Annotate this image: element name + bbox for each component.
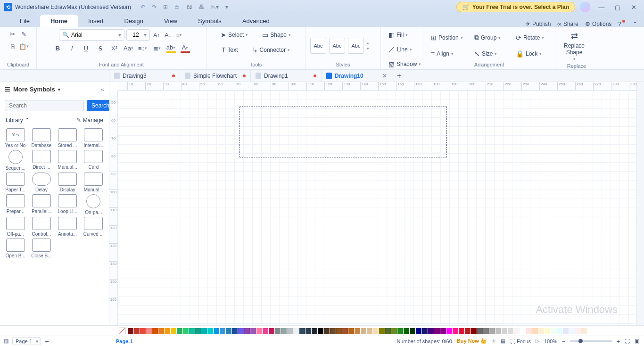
color-swatch[interactable] [526,328,532,334]
color-swatch[interactable] [342,328,348,334]
tab-symbols[interactable]: Symbols [188,15,232,27]
layers-icon[interactable]: ≋ [492,338,496,344]
color-swatch[interactable] [563,328,569,334]
shape-stencil[interactable]: Database [29,128,54,148]
help-button[interactable]: ? [618,21,626,27]
color-swatch[interactable] [158,328,164,334]
highlight-icon[interactable]: ab [166,43,176,53]
color-swatch[interactable] [250,328,256,334]
line-button[interactable]: ／Line [386,43,415,56]
collapse-panel-icon[interactable]: « [101,86,104,93]
presentation-icon[interactable]: ▦ [501,338,505,344]
export-icon[interactable]: ⇱▾ [211,4,219,10]
color-swatch[interactable] [128,328,133,334]
color-swatch[interactable] [330,328,336,334]
shape-stencil[interactable]: Internal... [81,128,106,148]
no-color-swatch[interactable] [119,328,125,334]
color-swatch[interactable] [440,328,446,334]
color-swatch[interactable] [134,328,140,334]
focus-button[interactable]: ⛶ Focus [510,338,531,344]
zoom-in-button[interactable]: + [617,338,620,344]
color-swatch[interactable] [575,328,581,334]
shadow-button[interactable]: ▧Shadow [386,58,424,70]
fullscreen-icon[interactable]: ▣ [635,338,639,344]
paste-icon[interactable]: 📋 [19,41,29,51]
color-swatch[interactable] [453,328,458,334]
color-swatch[interactable] [140,328,146,334]
size-button[interactable]: ⤡Size [471,48,508,59]
shape-stencil[interactable]: Close B... [29,239,54,258]
shape-stencil[interactable]: Annota... [55,217,80,237]
fill-button[interactable]: ◧Fill [386,29,411,41]
copy-icon[interactable]: ⎘ [8,41,17,51]
group-button[interactable]: ⧉Group [471,32,508,43]
shape-stencil[interactable]: Stored ... [55,128,80,148]
underline-icon[interactable]: U [82,43,91,53]
color-swatch[interactable] [367,328,372,334]
color-swatch[interactable] [189,328,195,334]
color-swatch[interactable] [538,328,544,334]
add-page-button[interactable]: + [45,338,49,345]
select-tool[interactable]: ➤Select [218,29,251,41]
tab-view[interactable]: View [154,15,188,27]
doc-tab-drawing1[interactable]: Drawing1 [251,70,322,82]
superscript-icon[interactable]: X² [110,43,119,53]
font-size-input[interactable] [130,32,142,38]
color-swatch[interactable] [244,328,250,334]
shape-stencil[interactable]: Card [81,150,106,171]
color-swatch[interactable] [177,328,182,334]
color-swatch[interactable] [416,328,421,334]
color-swatch[interactable] [238,328,244,334]
maximize-button[interactable]: ▢ [611,4,624,11]
color-swatch[interactable] [336,328,342,334]
color-swatch[interactable] [220,328,225,334]
color-swatch[interactable] [520,328,526,334]
collapse-ribbon-icon[interactable]: ⌃ [633,21,637,27]
color-swatch[interactable] [146,328,152,334]
font-size-select[interactable]: ▾ [126,29,150,41]
style-preset-1[interactable]: Abc [310,38,326,54]
color-swatch[interactable] [299,328,305,334]
replace-shape-button[interactable]: ⇄ Replace Shape [560,29,588,63]
color-swatch[interactable] [581,328,587,334]
bullets-icon[interactable]: ≣ [152,43,162,53]
color-swatch[interactable] [397,328,403,334]
undo-icon[interactable]: ↶ [140,4,145,10]
share-button[interactable]: ∞ Share [557,21,578,27]
cut-icon[interactable]: ✂ [8,29,17,39]
minimize-button[interactable]: — [595,4,608,11]
color-swatch[interactable] [293,328,299,334]
lock-button[interactable]: 🔒Lock [513,48,550,59]
color-swatch[interactable] [232,328,238,334]
color-swatch[interactable] [152,328,158,334]
shape-stencil[interactable]: Direct ... [29,150,54,171]
color-swatch[interactable] [385,328,391,334]
color-swatch[interactable] [569,328,575,334]
shape-stencil[interactable]: Delay [29,173,54,192]
color-swatch[interactable] [305,328,311,334]
color-swatch[interactable] [483,328,489,334]
color-swatch[interactable] [256,328,262,334]
position-button[interactable]: ⊞Position [428,32,467,43]
color-swatch[interactable] [477,328,483,334]
color-swatch[interactable] [545,328,550,334]
connector-tool[interactable]: ↳Connector [249,44,293,56]
format-painter-icon[interactable]: ✎ [19,29,29,39]
font-color-icon[interactable]: A [181,43,190,53]
color-swatch[interactable] [263,328,268,334]
page-list-icon[interactable]: ▥ [4,338,8,344]
shape-stencil[interactable]: Control... [29,217,54,237]
shape-stencil[interactable]: Off-pa... [3,217,28,237]
color-swatch[interactable] [471,328,477,334]
color-swatch[interactable] [201,328,207,334]
color-swatch[interactable] [165,328,170,334]
trial-banner[interactable]: 🛒 Your Free Trial is over. Select a Plan [456,2,575,12]
manage-button[interactable]: ✎Manage [76,117,103,124]
color-swatch[interactable] [361,328,366,334]
strike-icon[interactable]: S̶ [96,43,105,53]
rotate-button[interactable]: ⟳Rotate [513,32,550,43]
shape-stencil[interactable]: On-pa... [81,194,106,215]
style-scroll-down[interactable]: ▾ [367,46,369,51]
close-tab-icon[interactable]: ✕ [382,73,387,79]
color-swatch[interactable] [226,328,231,334]
